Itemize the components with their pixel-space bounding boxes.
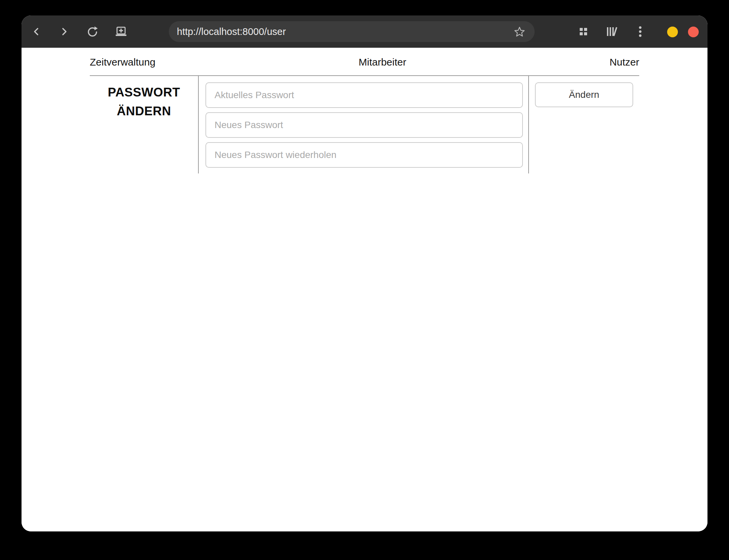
forward-button[interactable] xyxy=(55,22,74,41)
back-icon xyxy=(32,27,41,37)
repeat-new-password-input[interactable] xyxy=(205,142,523,168)
minimize-button[interactable] xyxy=(667,27,678,37)
section-title: PASSWORT ÄNDERN xyxy=(93,83,195,121)
url-text[interactable]: http://localhost:8000/user xyxy=(177,26,286,37)
page-content: Zeitverwaltung Mitarbeiter Nutzer PASSWO… xyxy=(22,48,707,531)
nav-item-zeitverwaltung[interactable]: Zeitverwaltung xyxy=(90,56,155,68)
top-navigation: Zeitverwaltung Mitarbeiter Nutzer xyxy=(90,48,639,75)
back-button[interactable] xyxy=(27,22,46,41)
close-button[interactable] xyxy=(688,27,699,37)
new-password-input[interactable] xyxy=(205,112,523,138)
tab-overview-grid-icon xyxy=(580,28,587,35)
library-books-icon xyxy=(607,27,617,36)
library-button[interactable] xyxy=(603,22,621,41)
forward-icon xyxy=(60,27,69,37)
nav-item-mitarbeiter[interactable]: Mitarbeiter xyxy=(359,56,407,68)
form-heading-cell: PASSWORT ÄNDERN xyxy=(90,76,199,173)
menu-button[interactable] xyxy=(631,22,650,41)
reload-button[interactable] xyxy=(83,22,102,41)
url-bar[interactable]: http://localhost:8000/user xyxy=(169,21,535,42)
current-password-input[interactable] xyxy=(205,82,523,108)
browser-titlebar: http://localhost:8000/user xyxy=(22,15,707,48)
menu-kebab-icon xyxy=(639,26,642,37)
browser-window: http://localhost:8000/user xyxy=(22,15,707,531)
password-form-section: PASSWORT ÄNDERN Ändern xyxy=(90,75,639,173)
reload-icon xyxy=(87,26,98,37)
nav-item-nutzer[interactable]: Nutzer xyxy=(610,56,639,68)
new-tab-icon xyxy=(115,27,127,37)
form-inputs-cell xyxy=(199,76,529,173)
bookmark-star-icon[interactable] xyxy=(514,26,525,39)
tab-overview-button[interactable] xyxy=(574,22,593,41)
form-action-cell: Ändern xyxy=(529,76,639,173)
change-password-button[interactable]: Ändern xyxy=(535,82,633,107)
new-tab-button[interactable] xyxy=(112,22,130,41)
